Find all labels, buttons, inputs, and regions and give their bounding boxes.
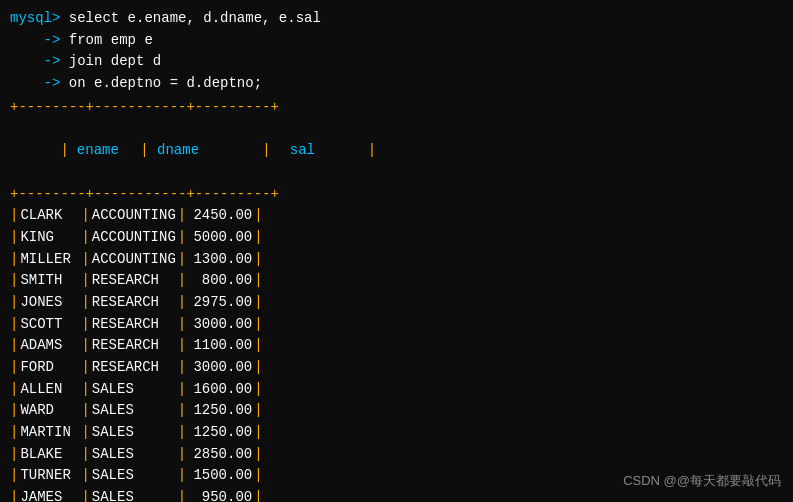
cell-dname: RESEARCH: [90, 314, 178, 336]
cell-sal: 1100.00: [186, 335, 254, 357]
sep: |: [81, 402, 89, 418]
table-row: |JONES |RESEARCH |2975.00|: [10, 292, 783, 314]
sep: |: [254, 359, 262, 375]
sep: |: [178, 446, 186, 462]
cell-sal: 1250.00: [186, 422, 254, 444]
sep: |: [254, 402, 262, 418]
query-text-2: from emp e: [69, 30, 153, 52]
table-border-header: +--------+-----------+---------+: [10, 184, 783, 206]
sep: |: [81, 467, 89, 483]
result-table: +--------+-----------+---------+ | ename…: [10, 97, 783, 502]
sep: |: [81, 337, 89, 353]
table-row: |BLAKE |SALES |2850.00|: [10, 444, 783, 466]
cell-dname: ACCOUNTING: [90, 205, 178, 227]
table-row: |WARD |SALES |1250.00|: [10, 400, 783, 422]
sep: |: [10, 207, 18, 223]
cell-dname: ACCOUNTING: [90, 249, 178, 271]
cell-dname: SALES: [90, 379, 178, 401]
cell-dname: RESEARCH: [90, 270, 178, 292]
sep: |: [81, 359, 89, 375]
sep: |: [81, 489, 89, 502]
cell-ename: JAMES: [18, 487, 81, 502]
sep: |: [81, 272, 89, 288]
header-dname: dname: [149, 140, 229, 162]
cell-dname: RESEARCH: [90, 357, 178, 379]
cell-ename: KING: [18, 227, 81, 249]
sep: |: [326, 142, 376, 158]
cell-dname: SALES: [90, 444, 178, 466]
table-row: |SCOTT |RESEARCH |3000.00|: [10, 314, 783, 336]
sep: |: [178, 229, 186, 245]
sep: |: [10, 337, 18, 353]
cell-dname: ACCOUNTING: [90, 227, 178, 249]
sep: |: [178, 467, 186, 483]
query-text-4: on e.deptno = d.deptno;: [69, 73, 262, 95]
sep: |: [81, 316, 89, 332]
sep: |: [254, 337, 262, 353]
cell-dname: SALES: [90, 400, 178, 422]
sep: |: [178, 337, 186, 353]
cell-dname: SALES: [90, 487, 178, 502]
cell-sal: 3000.00: [186, 314, 254, 336]
continuation-4: ->: [10, 73, 69, 95]
sep: |: [178, 272, 186, 288]
sep: |: [178, 207, 186, 223]
query-text-1: select e.ename, d.dname, e.sal: [69, 8, 321, 30]
cell-sal: 1250.00: [186, 400, 254, 422]
sep: |: [254, 446, 262, 462]
cell-sal: 3000.00: [186, 357, 254, 379]
continuation-3: ->: [10, 51, 69, 73]
cell-ename: ADAMS: [18, 335, 81, 357]
sep: |: [10, 294, 18, 310]
sep: |: [254, 294, 262, 310]
table-rows: |CLARK |ACCOUNTING|2450.00||KING |ACCOUN…: [10, 205, 783, 502]
query-line-3: -> join dept d: [10, 51, 783, 73]
sep: |: [81, 207, 89, 223]
header-sal: sal: [271, 140, 326, 162]
table-row: |MILLER|ACCOUNTING|1300.00|: [10, 249, 783, 271]
terminal: mysql> select e.ename, d.dname, e.sal ->…: [0, 0, 793, 502]
cell-ename: SCOTT: [18, 314, 81, 336]
sep: |: [178, 489, 186, 502]
table-header-row: | ename | dname | sal |: [10, 118, 783, 183]
sep: |: [81, 251, 89, 267]
cell-sal: 2975.00: [186, 292, 254, 314]
sep: |: [254, 467, 262, 483]
sep: |: [81, 381, 89, 397]
cell-dname: SALES: [90, 422, 178, 444]
table-row: |ADAMS |RESEARCH |1100.00|: [10, 335, 783, 357]
continuation-2: ->: [10, 30, 69, 52]
cell-ename: SMITH: [18, 270, 81, 292]
sep: |: [254, 489, 262, 502]
cell-dname: RESEARCH: [90, 292, 178, 314]
cell-sal: 800.00: [186, 270, 254, 292]
sep: |: [229, 142, 271, 158]
sep: |: [10, 229, 18, 245]
sep: |: [178, 294, 186, 310]
query-line-2: -> from emp e: [10, 30, 783, 52]
sep: |: [81, 446, 89, 462]
sep: |: [10, 359, 18, 375]
sep: |: [254, 272, 262, 288]
sep: |: [81, 229, 89, 245]
sep: |: [132, 142, 149, 158]
table-row: |KING |ACCOUNTING|5000.00|: [10, 227, 783, 249]
sep: |: [10, 402, 18, 418]
cell-ename: MARTIN: [18, 422, 81, 444]
cell-ename: TURNER: [18, 465, 81, 487]
cell-sal: 2450.00: [186, 205, 254, 227]
sep: |: [178, 381, 186, 397]
sep: |: [254, 251, 262, 267]
prompt-1: mysql>: [10, 8, 69, 30]
table-row: |ALLEN |SALES |1600.00|: [10, 379, 783, 401]
cell-ename: MILLER: [18, 249, 81, 271]
cell-ename: CLARK: [18, 205, 81, 227]
sep: |: [81, 294, 89, 310]
cell-ename: WARD: [18, 400, 81, 422]
query-line-4: -> on e.deptno = d.deptno;: [10, 73, 783, 95]
watermark: CSDN @@每天都要敲代码: [623, 472, 781, 490]
table-row: |MARTIN|SALES |1250.00|: [10, 422, 783, 444]
sep: |: [10, 381, 18, 397]
sep: |: [10, 316, 18, 332]
sep: |: [10, 446, 18, 462]
